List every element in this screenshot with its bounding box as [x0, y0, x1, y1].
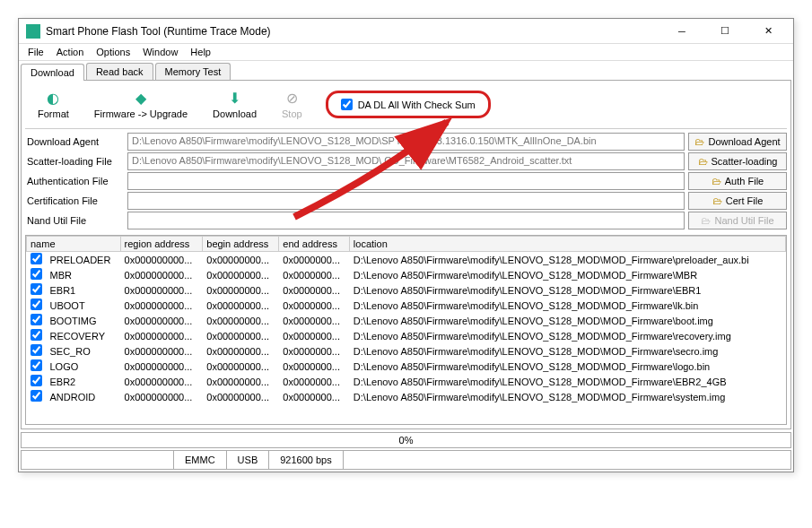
- cell-location: D:\Lenovo A850\Firmware\modify\LENOVO_S1…: [349, 267, 785, 282]
- stop-button: ⊘ Stop: [269, 90, 315, 119]
- cell-end: 0x0000000...: [279, 343, 349, 359]
- cell-end: 0x0000000...: [279, 374, 349, 389]
- format-button[interactable]: ◐ Format: [25, 90, 82, 119]
- table-row[interactable]: BOOTIMG0x000000000...0x00000000...0x0000…: [27, 313, 786, 328]
- folder-icon: 🗁: [712, 195, 722, 206]
- firmware-label: Firmware -> Upgrade: [94, 108, 188, 119]
- cell-name: RECOVERY: [46, 328, 120, 343]
- cell-begin: 0x00000000...: [203, 267, 279, 282]
- title-bar: Smart Phone Flash Tool (Runtime Trace Mo…: [19, 19, 793, 44]
- cell-begin: 0x00000000...: [203, 328, 279, 343]
- table-row[interactable]: LOGO0x000000000...0x00000000...0x0000000…: [27, 359, 786, 374]
- folder-icon: 🗁: [701, 215, 711, 226]
- col-name[interactable]: name: [27, 237, 121, 252]
- cell-location: D:\Lenovo A850\Firmware\modify\LENOVO_S1…: [349, 252, 785, 268]
- download-panel: ◐ Format ◆ Firmware -> Upgrade ⬇ Downloa…: [21, 80, 791, 429]
- menu-window[interactable]: Window: [143, 47, 178, 57]
- tab-memory-test[interactable]: Memory Test: [155, 63, 231, 80]
- da-label: Download Agent: [25, 133, 124, 151]
- cell-name: PRELOADER: [46, 252, 120, 268]
- checksum-checkbox[interactable]: [341, 99, 353, 110]
- auth-button[interactable]: 🗁Auth File: [688, 172, 787, 190]
- minimize-button[interactable]: ─: [664, 22, 700, 40]
- table-row[interactable]: EBR10x000000000...0x00000000...0x0000000…: [27, 282, 786, 298]
- firmware-upgrade-button[interactable]: ◆ Firmware -> Upgrade: [82, 90, 200, 119]
- checksum-highlight: DA DL All With Check Sum: [326, 91, 491, 118]
- cert-input[interactable]: [127, 192, 685, 210]
- row-checkbox[interactable]: [31, 268, 42, 280]
- download-icon: ⬇: [229, 90, 240, 107]
- auth-label: Authentication File: [25, 172, 124, 190]
- cell-location: D:\Lenovo A850\Firmware\modify\LENOVO_S1…: [349, 359, 785, 374]
- row-checkbox[interactable]: [31, 390, 42, 402]
- stop-label: Stop: [282, 108, 302, 119]
- cell-region: 0x000000000...: [120, 282, 203, 298]
- cell-end: 0x0000000...: [279, 359, 349, 374]
- menu-action[interactable]: Action: [57, 47, 84, 57]
- table-row[interactable]: UBOOT0x000000000...0x00000000...0x000000…: [27, 298, 786, 313]
- status-baud: 921600 bps: [269, 451, 344, 469]
- cell-name: UBOOT: [46, 298, 120, 313]
- window-controls: ─ ☐ ✕: [664, 22, 786, 40]
- checksum-label: DA DL All With Check Sum: [358, 100, 476, 110]
- da-btn-label: Download Agent: [708, 136, 780, 147]
- menu-help[interactable]: Help: [190, 47, 211, 57]
- da-input[interactable]: D:\Lenovo A850\Firmware\modify\LENOVO_S1…: [127, 133, 685, 151]
- row-checkbox[interactable]: [31, 375, 42, 386]
- cell-name: LOGO: [46, 359, 120, 374]
- cell-name: EBR1: [46, 282, 120, 298]
- scatter-input[interactable]: D:\Lenovo A850\Firmware\modify\LENOVO_S1…: [127, 152, 685, 170]
- row-checkbox[interactable]: [31, 359, 42, 371]
- cell-location: D:\Lenovo A850\Firmware\modify\LENOVO_S1…: [349, 343, 785, 359]
- status-fill: [344, 451, 790, 469]
- tab-download[interactable]: Download: [21, 64, 84, 81]
- menu-options[interactable]: Options: [96, 47, 130, 57]
- status-emmc: EMMC: [174, 451, 227, 469]
- table-row[interactable]: SEC_RO0x000000000...0x00000000...0x00000…: [27, 343, 786, 359]
- row-checkbox[interactable]: [31, 299, 42, 310]
- maximize-button[interactable]: ☐: [707, 22, 743, 40]
- menu-file[interactable]: File: [28, 47, 44, 57]
- close-button[interactable]: ✕: [750, 22, 786, 40]
- scatter-button[interactable]: 🗁Scatter-loading: [688, 152, 787, 170]
- col-begin[interactable]: begin address: [203, 237, 279, 252]
- cell-location: D:\Lenovo A850\Firmware\modify\LENOVO_S1…: [349, 328, 785, 343]
- toolbar: ◐ Format ◆ Firmware -> Upgrade ⬇ Downloa…: [25, 84, 787, 129]
- stop-icon: ⊘: [286, 90, 298, 107]
- col-location[interactable]: location: [349, 237, 785, 252]
- table-row[interactable]: PRELOADER0x000000000...0x00000000...0x00…: [27, 252, 786, 268]
- auth-input[interactable]: [127, 172, 685, 190]
- format-icon: ◐: [47, 90, 59, 107]
- status-bar: EMMC USB 921600 bps: [21, 450, 791, 470]
- nand-input[interactable]: [127, 212, 685, 229]
- cell-end: 0x0000000...: [279, 252, 349, 268]
- partition-table-wrap[interactable]: name region address begin address end ad…: [25, 235, 787, 425]
- table-row[interactable]: RECOVERY0x000000000...0x00000000...0x000…: [27, 328, 786, 343]
- row-checkbox[interactable]: [31, 344, 42, 356]
- row-checkbox[interactable]: [31, 329, 42, 341]
- nand-label: Nand Util File: [25, 212, 124, 229]
- download-button[interactable]: ⬇ Download: [200, 90, 269, 119]
- nand-btn-label: Nand Util File: [714, 215, 773, 226]
- table-row[interactable]: EBR20x000000000...0x00000000...0x0000000…: [27, 374, 786, 389]
- cert-button[interactable]: 🗁Cert File: [688, 192, 787, 210]
- cell-name: SEC_RO: [46, 343, 120, 359]
- row-checkbox[interactable]: [31, 314, 42, 325]
- col-end[interactable]: end address: [279, 237, 349, 252]
- row-checkbox[interactable]: [31, 253, 42, 264]
- cell-name: MBR: [46, 267, 120, 282]
- table-row[interactable]: MBR0x000000000...0x00000000...0x0000000.…: [27, 267, 786, 282]
- cell-location: D:\Lenovo A850\Firmware\modify\LENOVO_S1…: [349, 298, 785, 313]
- progress-bar: 0%: [21, 432, 791, 448]
- table-row[interactable]: ANDROID0x000000000...0x00000000...0x0000…: [27, 389, 786, 404]
- cell-end: 0x0000000...: [279, 282, 349, 298]
- da-button[interactable]: 🗁Download Agent: [688, 133, 787, 151]
- row-checkbox[interactable]: [31, 283, 42, 295]
- cell-region: 0x000000000...: [120, 313, 203, 328]
- col-region[interactable]: region address: [120, 237, 203, 252]
- tab-readback[interactable]: Read back: [86, 63, 153, 80]
- scatter-btn-label: Scatter-loading: [712, 156, 778, 167]
- format-label: Format: [38, 108, 69, 119]
- cell-region: 0x000000000...: [120, 359, 203, 374]
- cell-region: 0x000000000...: [120, 267, 203, 282]
